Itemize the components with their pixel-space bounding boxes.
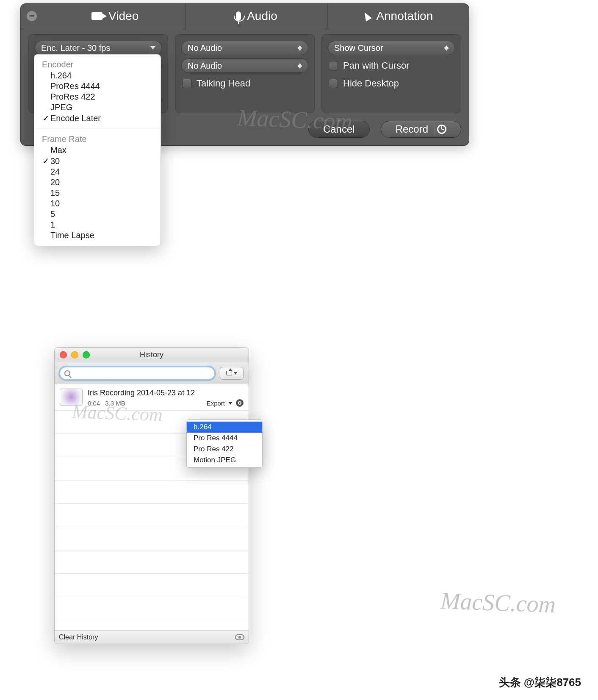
history-item-name: Iris Recording 2014-05-23 at 12 (88, 389, 244, 397)
search-icon (64, 370, 70, 376)
menu-item-label: 5 (50, 209, 55, 219)
tab-video[interactable]: Video (44, 4, 185, 28)
pan-with-cursor-label: Pan with Cursor (343, 60, 410, 71)
eye-icon[interactable] (235, 634, 244, 640)
cursor-icon (362, 11, 372, 21)
hide-desktop-checkbox[interactable]: Hide Desktop (328, 76, 455, 91)
pan-with-cursor-checkbox[interactable]: Pan with Cursor (328, 58, 455, 73)
menu-item-label: h.264 (50, 71, 72, 81)
list-item (55, 527, 249, 550)
menu-item-label: Encode Later (50, 114, 101, 123)
history-item-duration: 0:04 (88, 400, 100, 407)
history-window: History Iris Recording 2014-05-23 at 12 … (54, 347, 249, 644)
record-button[interactable]: Record (381, 121, 461, 138)
export-menu-item[interactable]: Pro Res 422 (187, 444, 262, 455)
annotation-column: Show Cursor Pan with Cursor Hide Desktop (321, 34, 461, 113)
tab-annotation-label: Annotation (376, 9, 433, 23)
export-menu-item[interactable]: Motion JPEG (187, 455, 262, 466)
credit-text: 头条 @柒柒8765 (499, 675, 581, 690)
menu-item-label: 20 (50, 178, 60, 187)
framerate-menu-item[interactable]: ✓30 (34, 156, 161, 167)
framerate-menu-item[interactable]: Max (34, 145, 161, 156)
cursor-dropdown-label: Show Cursor (334, 43, 383, 53)
list-item (55, 597, 249, 620)
history-item[interactable]: Iris Recording 2014-05-23 at 12 0:04 3.3… (55, 384, 249, 411)
menu-item-label: JPEG (50, 103, 72, 112)
cancel-button[interactable]: Cancel (308, 121, 370, 138)
divider (434, 123, 435, 135)
list-item (55, 574, 249, 597)
export-menu-item[interactable]: Pro Res 4444 (187, 433, 262, 444)
updown-icon (444, 45, 448, 51)
share-icon (226, 371, 232, 375)
audio-source-1-label: No Audio (188, 43, 222, 53)
framerate-menu-item[interactable]: 20 (34, 177, 161, 188)
audio-column: No Audio No Audio Talking Head (175, 34, 315, 113)
framerate-menu-header: Frame Rate (34, 133, 161, 145)
updown-icon (298, 45, 302, 51)
encoder-menu-item[interactable]: h.264 (34, 70, 161, 81)
talking-head-label: Talking Head (197, 78, 250, 89)
encoder-menu-item[interactable]: ProRes 4444 (34, 81, 161, 92)
audio-source-1-dropdown[interactable]: No Audio (181, 41, 308, 55)
menu-item-label: 15 (50, 188, 60, 198)
tab-annotation[interactable]: Annotation (327, 4, 469, 28)
hide-desktop-label: Hide Desktop (343, 78, 399, 89)
cursor-dropdown[interactable]: Show Cursor (328, 41, 455, 55)
audio-source-2-label: No Audio (188, 61, 222, 71)
list-item (55, 504, 249, 527)
panel-tabs: Video Audio Annotation (21, 4, 469, 28)
menu-item-label: 30 (50, 156, 60, 166)
encoder-dropdown[interactable]: Enc. Later - 30 fps (35, 41, 162, 55)
titlebar[interactable]: History (55, 348, 249, 362)
share-button[interactable] (220, 367, 244, 380)
thumbnail (60, 389, 83, 406)
clear-history-button[interactable]: Clear History (59, 633, 98, 641)
encoder-menu-item[interactable]: ProRes 422 (34, 92, 161, 102)
record-button-label: Record (396, 123, 428, 135)
menu-item-label: 24 (50, 167, 60, 177)
framerate-menu-item[interactable]: 15 (34, 188, 161, 198)
checkmark-icon: ✓ (41, 113, 50, 123)
search-input[interactable] (60, 367, 215, 380)
framerate-menu-item[interactable]: 24 (34, 167, 161, 177)
list-item (55, 481, 249, 504)
menu-item-label: Time Lapse (50, 231, 94, 240)
menu-item-label: 10 (50, 199, 60, 208)
tab-video-label: Video (108, 9, 138, 23)
framerate-menu-item[interactable]: 10 (34, 198, 161, 209)
framerate-menu-item[interactable]: 1 (34, 219, 161, 230)
menu-item-label: ProRes 422 (50, 92, 95, 102)
watermark: MacSC.com (440, 587, 556, 618)
chevron-down-icon[interactable] (228, 402, 233, 405)
encoder-menu-header: Encoder (34, 58, 161, 70)
menu-item-label: ProRes 4444 (50, 81, 100, 91)
export-label: Export (207, 400, 225, 407)
updown-icon (298, 63, 302, 69)
menu-item-label: Max (50, 145, 66, 155)
export-button[interactable]: Export (207, 400, 225, 407)
framerate-menu-item[interactable]: Time Lapse (34, 230, 161, 241)
encoder-dropdown-label: Enc. Later - 30 fps (41, 43, 110, 53)
menu-item-label: 1 (50, 220, 55, 230)
encoder-menu-item[interactable]: ✓Encode Later (34, 113, 161, 124)
framerate-menu-item[interactable]: 5 (34, 209, 161, 219)
minimize-button[interactable] (27, 11, 37, 21)
history-toolbar (55, 362, 249, 384)
checkbox-icon (329, 79, 338, 88)
audio-source-2-dropdown[interactable]: No Audio (181, 58, 308, 73)
talking-head-checkbox[interactable]: Talking Head (181, 76, 308, 91)
checkbox-icon (329, 61, 338, 70)
mic-icon (236, 11, 241, 21)
tab-audio[interactable]: Audio (185, 4, 327, 28)
clock-icon[interactable] (437, 125, 446, 134)
encoder-menu-item[interactable]: JPEG (34, 102, 161, 113)
encoder-menu[interactable]: Encoder h.264ProRes 4444ProRes 422JPEG✓E… (34, 54, 161, 246)
search-icon (238, 401, 241, 405)
export-menu[interactable]: h.264Pro Res 4444Pro Res 422Motion JPEG (186, 419, 263, 468)
tab-audio-label: Audio (247, 9, 277, 23)
export-menu-item[interactable]: h.264 (187, 422, 262, 433)
video-icon (91, 12, 102, 20)
reveal-button[interactable] (236, 399, 244, 407)
window-title: History (55, 350, 249, 359)
